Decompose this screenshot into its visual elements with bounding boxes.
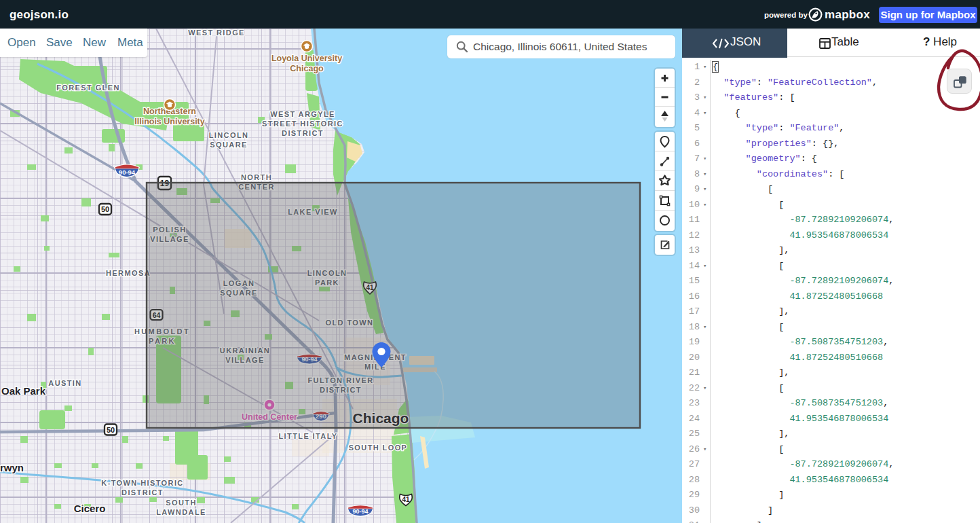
svg-text:50: 50 xyxy=(101,205,109,213)
svg-text:LINCOLN: LINCOLN xyxy=(209,131,249,139)
svg-text:AUSTIN: AUSTIN xyxy=(48,379,81,387)
svg-text:NORTH: NORTH xyxy=(241,173,272,181)
svg-text:LITTLE ITALY: LITTLE ITALY xyxy=(278,432,337,440)
svg-text:Chicago: Chicago xyxy=(290,64,324,73)
svg-text:LAWNDALE: LAWNDALE xyxy=(156,508,206,516)
svg-text:Cicero: Cicero xyxy=(74,503,106,514)
svg-text:FOREST GLEN: FOREST GLEN xyxy=(56,84,120,92)
svg-text:41: 41 xyxy=(402,496,410,503)
svg-text:SQUARE: SQUARE xyxy=(210,141,247,149)
svg-text:90-94: 90-94 xyxy=(352,508,368,515)
svg-text:50: 50 xyxy=(107,426,115,434)
svg-text:Illinois University: Illinois University xyxy=(134,117,205,126)
svg-text:SOUTH: SOUTH xyxy=(166,499,197,507)
svg-text:K-TOWN HISTORIC: K-TOWN HISTORIC xyxy=(101,479,183,487)
svg-text:DISTRICT: DISTRICT xyxy=(282,129,324,137)
svg-text:WEST RIDGE: WEST RIDGE xyxy=(188,29,245,37)
svg-text:90-94: 90-94 xyxy=(119,168,136,176)
svg-text:SOUTH LOOP: SOUTH LOOP xyxy=(349,444,408,452)
svg-text:rwyn: rwyn xyxy=(0,462,24,473)
svg-text:STREET HISTORIC: STREET HISTORIC xyxy=(262,120,343,128)
svg-text:Oak Park: Oak Park xyxy=(1,385,46,397)
svg-text:Loyola University: Loyola University xyxy=(271,54,342,63)
svg-text:WEST ARGYLE: WEST ARGYLE xyxy=(270,110,335,118)
svg-text:DISTRICT: DISTRICT xyxy=(121,488,164,497)
svg-text:HERMOSA: HERMOSA xyxy=(106,269,151,277)
